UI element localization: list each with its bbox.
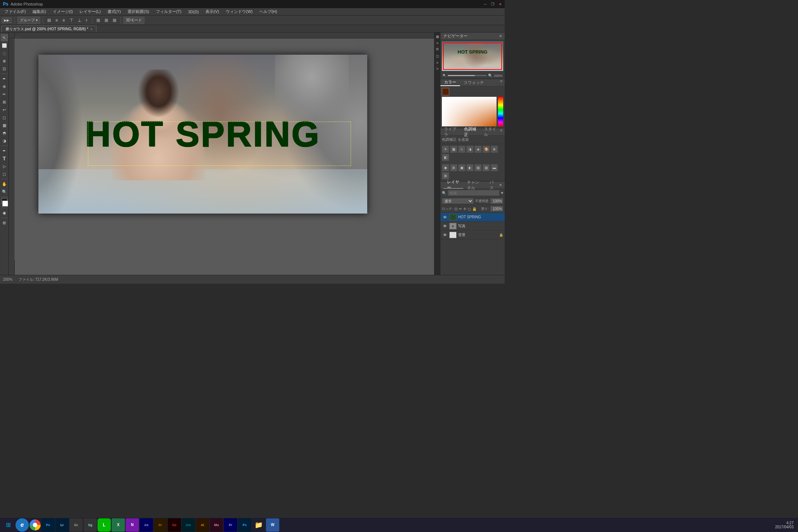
tab-close-button[interactable]: × [91,27,92,31]
layers-search-input[interactable] [448,190,499,196]
menu-image[interactable]: イメージ(I) [50,8,76,15]
hot-spring-text-layer[interactable]: HOT SPRING [85,114,320,154]
nav-zoom-out-icon[interactable]: 🔍 [443,74,446,77]
menu-file[interactable]: ファイル(F) [1,8,29,15]
adj-posterize[interactable]: ▨ [474,164,482,171]
tool-type[interactable]: T [1,155,8,162]
adj-curves[interactable]: ∿ [458,146,466,153]
lock-position-icon[interactable]: ✛ [463,207,466,211]
right-icon-3[interactable]: ⊞ [436,48,439,51]
tool-crop[interactable]: ⊡ [1,65,8,72]
menu-layer[interactable]: レイヤー(L) [76,8,103,15]
adj-gradient-map[interactable]: ▬ [491,164,498,171]
align-right-icon[interactable]: ≡ [61,17,66,24]
adj-color-lookup[interactable]: ▣ [458,164,466,171]
tool-gradient[interactable]: ▦ [1,122,8,129]
tool-quickmask[interactable]: ◉ [1,209,8,216]
tool-quick-select[interactable]: ⊕ [1,57,8,65]
tool-dodge[interactable]: ◑ [1,137,8,144]
adj-exposure[interactable]: ◑ [466,146,474,153]
lock-all-icon[interactable]: 🔒 [472,207,477,211]
adj-colorbalance[interactable]: ⊕ [491,146,498,153]
distribute-3-icon[interactable]: ⊞ [111,17,118,24]
align-left-icon[interactable]: ⊞ [46,17,52,24]
tab-swatches[interactable]: スウォッチ [460,79,488,86]
blend-mode-select[interactable]: 通常 [442,198,474,204]
layer-photo[interactable]: 👁 ▦ 写真 [440,222,505,231]
adjustment-panel-menu[interactable]: ≡ [500,128,505,135]
tool-stamp[interactable]: ⊞ [1,98,8,106]
adj-photo-filter[interactable]: ◉ [442,164,449,171]
tab-adjustments[interactable]: 色調補正 [460,128,480,135]
align-top-icon[interactable]: ⊤ [68,17,75,24]
tab-styles[interactable]: スタイル [480,128,500,135]
tool-blur[interactable]: ◓ [1,129,8,137]
tool-lasso[interactable]: ◌ [1,50,8,57]
tool-zoom[interactable]: 🔍 [1,188,8,195]
align-bottom-icon[interactable]: ⊦ [84,17,89,24]
layer-eye-1[interactable]: 👁 [442,215,448,219]
fill-input[interactable] [490,206,503,212]
adj-brightness[interactable]: ☀ [442,146,449,153]
tool-heal[interactable]: ⊕ [1,83,8,90]
menu-view[interactable]: 表示(V) [202,8,222,15]
adj-bw[interactable]: ◧ [442,154,449,161]
tab-paths[interactable]: パス [486,181,499,189]
adj-hsl[interactable]: 🎨 [482,146,490,153]
layer-eye-2[interactable]: 👁 [442,224,448,228]
lock-pixels-icon[interactable]: ✏ [459,207,462,211]
layer-eye-3[interactable]: 👁 [442,233,448,237]
toolbar-group-dropdown[interactable]: グループ ▾ [17,17,40,24]
nav-zoom-in-icon[interactable]: 🔍 [488,74,492,78]
adj-levels[interactable]: ▦ [450,146,457,153]
color-gradient-field[interactable] [442,97,497,126]
layers-filter-options[interactable]: ▾ [501,190,503,195]
right-icon-6[interactable]: A [436,68,439,70]
menu-3d[interactable]: 3D(D) [185,9,202,15]
tab-color[interactable]: カラー [440,79,460,86]
navigator-menu-icon[interactable]: ≡ [499,34,502,38]
right-icon-1[interactable]: ▦ [436,35,439,38]
menu-select[interactable]: 選択範囲(S) [125,8,152,15]
menu-help[interactable]: ヘルプ(H) [256,8,280,15]
tool-path[interactable]: ▷ [1,163,8,170]
color-hue-slider[interactable] [498,97,503,126]
menu-type[interactable]: 書式(Y) [105,8,124,15]
distribute-2-icon[interactable]: ⊞ [103,17,110,24]
tool-move[interactable]: ↖ [1,34,8,41]
foreground-color-swatch[interactable] [442,88,449,95]
tab-channels[interactable]: チャンネル [463,181,486,189]
toolbar-move-tool[interactable]: ▶▶ [1,17,12,23]
align-middle-icon[interactable]: ⊥ [76,17,83,24]
adj-invert[interactable]: ◐ [466,164,474,171]
document-tab[interactable]: 磨りガラス.psd @ 200% (HOT SPRING, RGB/8) * × [1,25,96,32]
tool-brush[interactable]: ✏ [1,91,8,98]
lock-transparent-icon[interactable]: ⊡ [454,207,457,211]
tool-shape[interactable]: ◻ [1,170,8,178]
tool-screenmode[interactable]: ⊞ [1,219,8,226]
opacity-input[interactable] [490,198,503,204]
close-button[interactable]: ✕ [499,2,502,6]
layers-panel-menu[interactable]: ≡ [499,183,502,187]
adj-vibrance[interactable]: ◈ [474,146,482,153]
tool-eraser[interactable]: ◻ [1,114,8,121]
right-icon-5[interactable]: A [436,62,439,64]
menu-filter[interactable]: フィルター(T) [153,8,184,15]
menu-edit[interactable]: 編集(E) [30,8,49,15]
right-icon-4[interactable]: ◫ [436,54,439,58]
tool-eyedropper[interactable]: ✒ [1,75,8,82]
color-panel-menu[interactable]: ≡ [500,79,505,86]
right-icon-2[interactable]: ≡ [436,42,439,44]
navigator-zoom-slider[interactable] [448,75,487,76]
toolbar-3d-mode[interactable]: 3Dモード [123,17,144,24]
adj-channel-mixer[interactable]: ⊞ [450,164,457,171]
layer-background[interactable]: 👁 背景 🔒 [440,231,505,239]
restore-button[interactable]: ❐ [491,2,494,6]
distribute-icon[interactable]: ⊞ [95,17,102,24]
adj-threshold[interactable]: ▧ [482,164,490,171]
menu-window[interactable]: ウィンドウ(W) [223,8,256,15]
lock-artboard-icon[interactable]: ◻ [468,207,471,211]
adj-selective-color[interactable]: ⊠ [442,172,449,180]
align-center-icon[interactable]: ≡ [54,17,59,24]
background-color[interactable] [2,201,8,207]
